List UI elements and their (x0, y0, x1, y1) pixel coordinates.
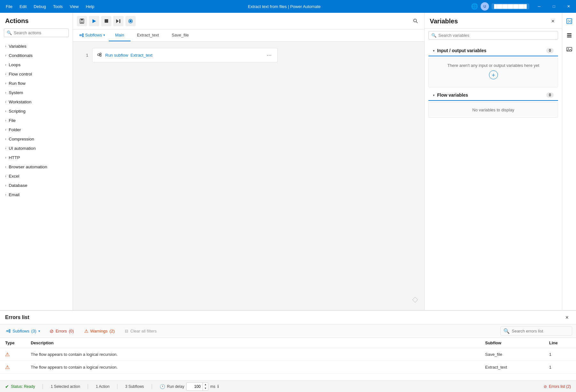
menu-help[interactable]: Help (83, 3, 98, 10)
errors-list-title: Errors list (5, 315, 558, 320)
action-item-compression[interactable]: › Compression (0, 134, 73, 144)
run-delay-up-arrow[interactable]: ▲ (203, 383, 208, 387)
errors-list-link[interactable]: ⊘ Errors list (2) (544, 384, 571, 389)
error-row-2[interactable]: ⚠ The flow appears to contain a logical … (0, 361, 576, 374)
chevron-down-icon: ▾ (38, 329, 40, 333)
warnings-label: Warnings (90, 329, 108, 333)
action-item-workstation[interactable]: › Workstation (0, 97, 73, 107)
add-input-output-var-button[interactable]: ＋ (489, 70, 498, 79)
close-button[interactable]: ✕ (561, 0, 576, 13)
action-item-database[interactable]: › Database (0, 181, 73, 190)
window-controls: ─ □ ✕ (532, 0, 576, 13)
svg-rect-23 (567, 33, 572, 34)
action-item-scripting[interactable]: › Scripting (0, 107, 73, 116)
stop-button[interactable] (101, 16, 111, 26)
flow-variables-section-title: Flow variables (437, 92, 546, 98)
step-card-run-subflow[interactable]: Run subflow Extract_text ⋯ (92, 48, 278, 62)
variables-panel: Variables ✕ 🔍 ▾ Input / output variables… (424, 13, 562, 310)
input-output-section-title: Input / output variables (437, 48, 546, 53)
warning-icon: ⚠ (5, 364, 10, 370)
action-item-flow-control[interactable]: › Flow control (0, 69, 73, 79)
action-item-browser-automation[interactable]: › Browser automation (0, 162, 73, 172)
subflows-label: Subflows (85, 33, 102, 37)
subflows-dropdown-button[interactable]: Subflows ▾ (76, 29, 109, 41)
record-button[interactable] (125, 16, 136, 26)
maximize-button[interactable]: □ (547, 0, 561, 13)
action-item-excel[interactable]: › Excel (0, 172, 73, 181)
layers-button[interactable] (564, 29, 575, 41)
titlebar-user-area: 🌐 U ████████████ (468, 2, 532, 11)
image-button[interactable] (564, 44, 575, 55)
variables-panel-toggle[interactable]: {x} (564, 15, 575, 27)
save-icon (79, 19, 84, 24)
variables-close-button[interactable]: ✕ (549, 17, 557, 25)
svg-point-29 (9, 330, 10, 331)
save-button[interactable] (77, 16, 87, 26)
action-item-label: Database (9, 183, 27, 188)
errors-subflows-count: (3) (31, 329, 36, 333)
chevron-icon: › (5, 193, 6, 196)
subflow-link[interactable]: Extract_text (131, 53, 153, 58)
status-divider-4 (152, 384, 152, 389)
menu-edit[interactable]: Edit (16, 3, 30, 10)
run-button[interactable] (89, 16, 99, 26)
action-item-folder[interactable]: › Folder (0, 125, 73, 134)
errors-close-button[interactable]: ✕ (563, 314, 571, 321)
svg-point-17 (100, 53, 101, 55)
step-menu-button[interactable]: ⋯ (265, 52, 273, 59)
user-info: ████████████ (492, 4, 529, 9)
flow-variables-section-header[interactable]: ▾ Flow variables 0 (428, 90, 558, 101)
actions-search-box: 🔍 (4, 28, 69, 37)
action-item-conditionals[interactable]: › Conditionals (0, 51, 73, 60)
status-ready: ✔ Status: Ready (5, 384, 35, 389)
warning-icon: ⚠ (5, 352, 10, 357)
chevron-icon: › (5, 184, 6, 187)
action-item-http[interactable]: › HTTP (0, 153, 73, 162)
minimize-button[interactable]: ─ (532, 0, 547, 13)
action-item-file[interactable]: › File (0, 116, 73, 125)
tab-extract-text[interactable]: Extract_text (131, 29, 165, 41)
errors-subflows-button[interactable]: Subflows (3) ▾ (4, 327, 43, 335)
input-output-section-content: There aren't any input or output variabl… (428, 58, 558, 87)
main-content: Actions 🔍 › Variables › Conditionals › L… (0, 13, 576, 310)
actions-search-input[interactable] (14, 30, 66, 35)
chevron-icon: › (5, 128, 6, 132)
menu-tools[interactable]: Tools (50, 3, 66, 10)
run-delay-label: Run delay (167, 384, 184, 389)
tab-save-file[interactable]: Save_file (165, 29, 195, 41)
menu-debug[interactable]: Debug (30, 3, 49, 10)
next-step-button[interactable] (113, 16, 124, 26)
chevron-icon: › (5, 119, 6, 122)
svg-text:{x}: {x} (568, 20, 572, 23)
error-row-1[interactable]: ⚠ The flow appears to contain a logical … (0, 348, 576, 361)
warnings-filter-button[interactable]: ⚠ Warnings (2) (81, 327, 118, 335)
variables-search-input[interactable] (438, 33, 555, 38)
action-item-system[interactable]: › System (0, 88, 73, 97)
menu-file[interactable]: File (3, 3, 16, 10)
run-delay-input[interactable] (187, 384, 203, 389)
menu-view[interactable]: View (67, 3, 82, 10)
input-output-section-header[interactable]: ▾ Input / output variables 0 (428, 45, 558, 56)
errors-search-input[interactable] (512, 329, 569, 333)
clear-filters-button[interactable]: ⊟ Clear all filters (122, 327, 160, 335)
check-circle-icon: ✔ (5, 384, 9, 389)
chevron-icon: › (5, 156, 6, 159)
subflows-count-section: 3 Subflows (125, 384, 144, 389)
run-delay-input-box: ▲ ▼ (186, 382, 208, 391)
action-item-email[interactable]: › Email (0, 190, 73, 199)
info-icon[interactable]: ℹ (217, 384, 219, 389)
errors-label: Errors (56, 329, 67, 333)
run-subflow-icon (97, 52, 102, 58)
action-item-loops[interactable]: › Loops (0, 60, 73, 69)
errors-filter-button[interactable]: ⊘ Errors (0) (46, 327, 77, 335)
action-item-run-flow[interactable]: › Run flow (0, 79, 73, 88)
run-delay-down-arrow[interactable]: ▼ (203, 387, 208, 390)
search-button[interactable] (410, 16, 420, 26)
chevron-icon: ▾ (433, 49, 435, 52)
action-item-variables[interactable]: › Variables (0, 42, 73, 51)
svg-line-14 (81, 35, 82, 35)
action-item-label: Folder (9, 127, 21, 132)
tab-main[interactable]: Main (109, 29, 131, 41)
chevron-icon: › (5, 165, 6, 169)
action-item-ui-automation[interactable]: › UI automation (0, 144, 73, 153)
